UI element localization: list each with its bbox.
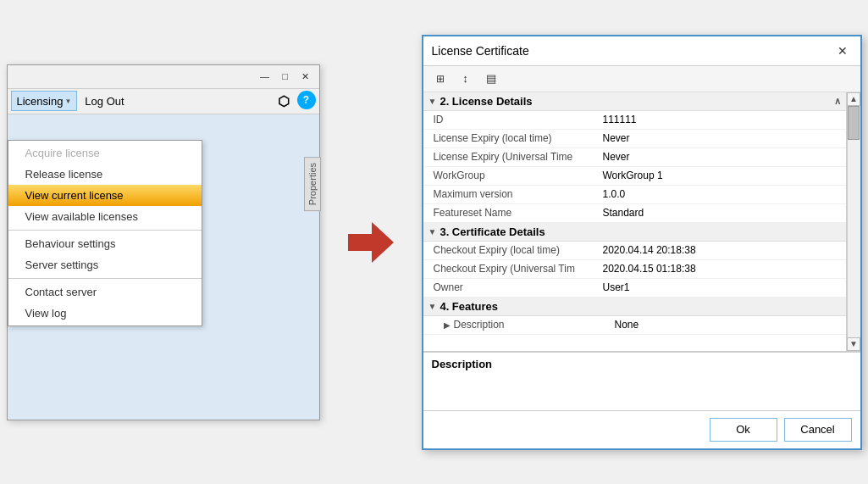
dropdown-item-behaviour[interactable]: Behaviour settings bbox=[8, 233, 202, 254]
separator-1 bbox=[8, 230, 202, 231]
prop-owner: Owner User1 bbox=[423, 279, 846, 298]
dialog-toolbar: ⊞ ↕ ▤ bbox=[423, 66, 860, 92]
dialog-title: License Certificate bbox=[432, 44, 529, 58]
scrollbar[interactable]: ▲ ▼ bbox=[847, 92, 860, 351]
prop-id: ID 111111 bbox=[423, 111, 846, 130]
dropdown-item-view-available[interactable]: View available licenses bbox=[8, 206, 202, 227]
prop-license-expiry-local: License Expiry (local time) Never bbox=[423, 130, 846, 148]
arrow-body bbox=[348, 234, 372, 251]
prop-checkout-local: Checkout Expiry (local time) 2020.04.14 … bbox=[423, 242, 846, 260]
tree-panel[interactable]: ▼ 2. License Details ∧ ID 111111 License… bbox=[423, 92, 847, 351]
arrow-container bbox=[346, 222, 396, 263]
title-bar: — □ ✕ bbox=[8, 65, 319, 89]
section-features[interactable]: ▼ 4. Features bbox=[423, 298, 846, 316]
scroll-up-button[interactable]: ▲ bbox=[847, 92, 860, 106]
dropdown-item-release[interactable]: Release license bbox=[8, 164, 202, 185]
toolbar-props-button[interactable]: ⊞ bbox=[428, 69, 452, 89]
prop-description: ▶ Description None bbox=[423, 316, 846, 335]
collapse-icon[interactable]: ∧ bbox=[834, 96, 841, 107]
dialog-footer: Ok Cancel bbox=[423, 410, 860, 448]
scroll-track bbox=[848, 106, 860, 337]
section-certificate-details[interactable]: ▼ 3. Certificate Details bbox=[423, 223, 846, 242]
ok-button[interactable]: Ok bbox=[710, 418, 777, 442]
prop-checkout-universal: Checkout Expiry (Universal Tim 2020.04.1… bbox=[423, 260, 846, 279]
license-certificate-dialog: License Certificate ✕ ⊞ ↕ ▤ ▼ 2. License… bbox=[422, 35, 862, 450]
logout-menu[interactable]: Log Out bbox=[79, 91, 130, 111]
right-arrow bbox=[348, 222, 394, 263]
section-license-details[interactable]: ▼ 2. License Details ∧ bbox=[423, 92, 846, 111]
dialog-close-button[interactable]: ✕ bbox=[833, 42, 852, 60]
toolbar-view-button[interactable]: ▤ bbox=[479, 69, 503, 89]
expand-icon[interactable]: ▶ bbox=[444, 320, 451, 330]
dropdown-item-view-current[interactable]: View current license bbox=[8, 185, 202, 206]
menu-bar: Licensing ▼ Log Out ⬡ ? bbox=[8, 89, 319, 114]
cancel-button[interactable]: Cancel bbox=[784, 418, 852, 442]
licensing-menu[interactable]: Licensing ▼ bbox=[11, 91, 78, 111]
minimize-button[interactable]: — bbox=[255, 68, 275, 85]
prop-workgroup: WorkGroup WorkGroup 1 bbox=[423, 167, 846, 186]
close-button[interactable]: ✕ bbox=[296, 68, 316, 85]
dropdown-item-contact[interactable]: Contact server bbox=[8, 281, 202, 303]
description-label: Description bbox=[432, 358, 852, 370]
dropdown-item-acquire[interactable]: Acquire license bbox=[8, 142, 202, 164]
chevron-down-icon: ▼ bbox=[428, 97, 437, 106]
scroll-thumb[interactable] bbox=[848, 106, 860, 140]
properties-sidebar-label: Properties bbox=[304, 157, 321, 211]
dropdown-arrow-icon: ▼ bbox=[64, 97, 71, 105]
app-content: Acquire license Release license View cur… bbox=[8, 114, 319, 420]
prop-license-expiry-universal: License Expiry (Universal Time Never bbox=[423, 148, 846, 167]
toolbar-sort-button[interactable]: ↕ bbox=[454, 69, 478, 89]
dialog-title-bar: License Certificate ✕ bbox=[423, 36, 860, 66]
chevron-down-icon-3: ▼ bbox=[428, 302, 437, 311]
scroll-down-button[interactable]: ▼ bbox=[847, 337, 860, 351]
arrow-head bbox=[372, 222, 394, 263]
nav-icon-button[interactable]: ⬡ bbox=[272, 91, 296, 111]
dropdown-menu: Acquire license Release license View cur… bbox=[8, 140, 202, 326]
description-panel: Description bbox=[423, 351, 860, 410]
separator-2 bbox=[8, 278, 202, 279]
prop-featureset: Featureset Name Standard bbox=[423, 204, 846, 223]
help-icon-button[interactable]: ? bbox=[297, 91, 316, 109]
maximize-button[interactable]: □ bbox=[275, 68, 296, 85]
app-window: — □ ✕ Licensing ▼ Log Out ⬡ ? Acquire li… bbox=[7, 64, 320, 420]
dialog-body: ▼ 2. License Details ∧ ID 111111 License… bbox=[423, 92, 860, 351]
dropdown-item-log[interactable]: View log bbox=[8, 303, 202, 324]
dropdown-item-server[interactable]: Server settings bbox=[8, 254, 202, 275]
chevron-down-icon-2: ▼ bbox=[428, 227, 437, 236]
prop-max-version: Maximum version 1.0.0 bbox=[423, 186, 846, 204]
